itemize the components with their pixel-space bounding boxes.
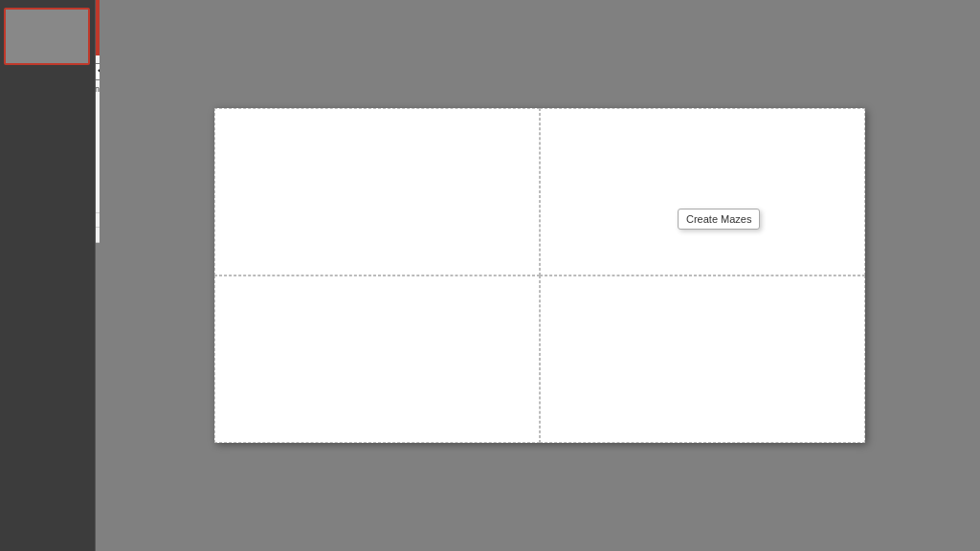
slide-cell-1 (214, 108, 540, 276)
slide-canvas (214, 108, 865, 443)
slide-cell-3 (214, 276, 540, 443)
slide-cell-2 (540, 108, 865, 276)
slides-panel (0, 0, 96, 551)
slide-thumbnail-1[interactable] (4, 8, 90, 65)
content-area (15, 243, 980, 551)
slide-main[interactable] (100, 0, 980, 551)
canvas-container (15, 228, 980, 551)
slide-cell-4 (540, 276, 865, 443)
maze-tooltip: Create Mazes (678, 209, 760, 230)
main-area: -5 -4 -3 -2 -1 0 1 2 3 4 5 (0, 228, 980, 551)
